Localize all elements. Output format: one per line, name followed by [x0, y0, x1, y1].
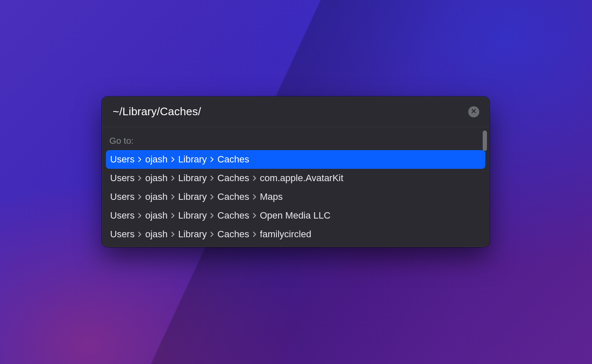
chevron-right-icon — [210, 175, 214, 181]
chevron-right-icon — [210, 194, 214, 200]
path-segment: ojash — [145, 191, 168, 202]
result-row[interactable]: UsersojashLibraryCachesMaps — [106, 188, 485, 206]
path-segment: ojash — [145, 154, 168, 165]
chevron-right-icon — [171, 194, 175, 200]
scrollbar-track[interactable] — [483, 131, 487, 244]
chevron-right-icon — [138, 156, 142, 162]
path-segment: Users — [110, 229, 134, 240]
chevron-right-icon — [138, 213, 142, 219]
path-segment: Caches — [217, 173, 249, 184]
path-segment: Users — [110, 191, 134, 202]
path-segment: Library — [178, 154, 207, 165]
dialog-body: Go to: UsersojashLibraryCachesUsersojash… — [102, 127, 490, 247]
chevron-right-icon — [253, 231, 256, 237]
chevron-right-icon — [253, 194, 256, 200]
scrollbar-thumb[interactable] — [483, 131, 487, 151]
path-segment: Caches — [217, 229, 249, 240]
chevron-right-icon — [210, 231, 214, 237]
path-segment: Caches — [217, 154, 249, 165]
chevron-right-icon — [171, 175, 175, 181]
chevron-right-icon — [138, 175, 142, 181]
path-segment: Users — [110, 173, 134, 184]
path-segment: com.apple.AvatarKit — [260, 173, 343, 184]
path-segment: Open Media LLC — [260, 210, 330, 221]
go-to-folder-dialog: Go to: UsersojashLibraryCachesUsersojash… — [102, 97, 490, 247]
chevron-right-icon — [171, 231, 175, 237]
chevron-right-icon — [210, 156, 214, 162]
close-icon — [471, 108, 476, 115]
result-row[interactable]: UsersojashLibraryCachesfamilycircled — [106, 225, 485, 244]
chevron-right-icon — [138, 231, 142, 237]
chevron-right-icon — [210, 213, 214, 219]
path-segment: Users — [110, 154, 134, 165]
path-input[interactable] — [113, 105, 461, 118]
path-segment: ojash — [145, 173, 168, 184]
path-segment: Maps — [260, 191, 283, 202]
section-label: Go to: — [106, 134, 485, 150]
path-segment: Library — [178, 191, 207, 202]
path-segment: Library — [178, 210, 207, 221]
results-scroll-area[interactable]: Go to: UsersojashLibraryCachesUsersojash… — [102, 127, 490, 247]
results-list: UsersojashLibraryCachesUsersojashLibrary… — [106, 150, 485, 244]
chevron-right-icon — [138, 194, 142, 200]
dialog-header — [102, 97, 490, 127]
result-row[interactable]: UsersojashLibraryCaches — [106, 150, 485, 169]
path-segment: familycircled — [260, 229, 311, 240]
result-row[interactable]: UsersojashLibraryCachescom.apple.AvatarK… — [106, 169, 485, 188]
path-segment: Library — [178, 229, 207, 240]
path-segment: ojash — [145, 210, 168, 221]
chevron-right-icon — [171, 156, 175, 162]
clear-button[interactable] — [468, 106, 479, 117]
path-segment: Caches — [217, 210, 249, 221]
path-segment: Users — [110, 210, 134, 221]
chevron-right-icon — [253, 213, 256, 219]
path-segment: ojash — [145, 229, 168, 240]
chevron-right-icon — [171, 213, 175, 219]
path-segment: Library — [178, 173, 207, 184]
path-segment: Caches — [217, 191, 249, 202]
result-row[interactable]: UsersojashLibraryCachesOpen Media LLC — [106, 206, 485, 225]
chevron-right-icon — [253, 175, 256, 181]
